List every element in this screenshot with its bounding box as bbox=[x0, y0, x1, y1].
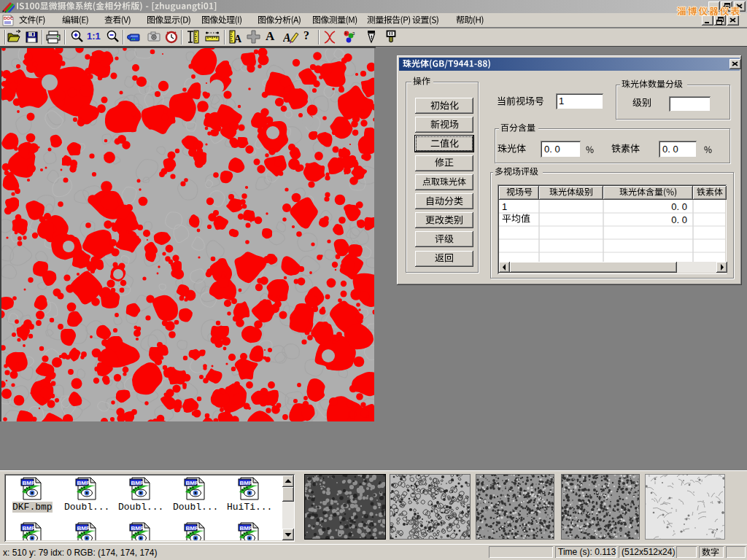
svg-text:3: 3 bbox=[352, 31, 355, 36]
svg-text:A: A bbox=[283, 31, 291, 44]
svg-text:DOC: DOC bbox=[4, 16, 14, 20]
svg-text:A: A bbox=[234, 34, 242, 44]
